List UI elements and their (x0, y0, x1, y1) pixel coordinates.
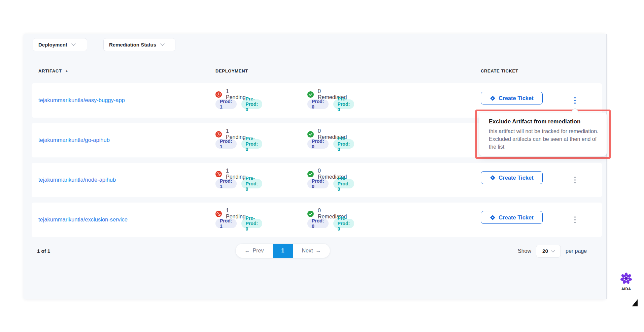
create-ticket-header-label: CREATE TICKET (481, 68, 518, 73)
chevron-down-icon (71, 41, 76, 46)
remediated-check-icon (307, 131, 314, 138)
chevron-down-icon (160, 41, 165, 46)
create-ticket-label: Create Ticket (499, 95, 533, 101)
exclude-artifact-tooltip: Exclude Artifact from remediation this a… (479, 113, 607, 156)
page-size-dropdown[interactable]: 20 (536, 245, 561, 258)
remediated-check-icon (307, 91, 314, 98)
next-label: Next (302, 248, 313, 254)
window-scrollbar[interactable] (633, 0, 633, 332)
kebab-icon (574, 102, 576, 104)
arrow-right-icon: → (315, 248, 321, 254)
create-ticket-label: Create Ticket (499, 214, 533, 221)
kebab-icon (574, 97, 576, 99)
kebab-icon (574, 177, 576, 178)
pending-timer-icon (215, 211, 222, 217)
table-header-row: ARTIFACT ▲ DEPLOYMENT CREATE TICKET (24, 68, 606, 76)
pagination-control: ← Prev 1 Next → (236, 244, 330, 258)
row-menu-button[interactable] (570, 173, 580, 187)
pending-timer-icon (215, 171, 222, 177)
deployment-filter-label: Deployment (38, 42, 67, 48)
prod-count-badge: Prod: 0 (307, 139, 329, 149)
prod-count-badge: Prod: 0 (307, 219, 329, 228)
column-header-artifact[interactable]: ARTIFACT ▲ (38, 68, 68, 73)
artifact-link[interactable]: tejakummarikuntla/go-apihub (38, 137, 110, 143)
chevron-down-icon (551, 248, 555, 252)
prod-count-badge: Prod: 0 (307, 179, 329, 188)
create-ticket-button[interactable]: Create Ticket (481, 171, 543, 184)
kebab-icon (574, 100, 576, 101)
artifacts-panel: Deployment Remediation Status ARTIFACT ▲… (24, 34, 606, 299)
preprod-count-badge: Pre-Prod: 0 (333, 219, 354, 228)
page: Deployment Remediation Status ARTIFACT ▲… (0, 0, 644, 332)
artifact-link[interactable]: tejakummarikuntla/node-apihub (38, 177, 116, 183)
remediation-filter-label: Remediation Status (109, 42, 156, 48)
preprod-count-badge: Pre-Prod: 0 (241, 219, 263, 228)
row-menu-button[interactable] (570, 213, 580, 227)
row-menu-button[interactable] (570, 93, 580, 108)
prod-count-badge: Prod: 1 (215, 139, 237, 149)
ticket-diamond-icon (490, 215, 496, 220)
ticket-diamond-icon (490, 175, 496, 181)
preprod-count-badge: Pre-Prod: 0 (333, 99, 354, 109)
table-row: tejakummarikuntla/node-apihub 1 Pending … (32, 163, 602, 197)
aida-label: AIDA (619, 287, 633, 291)
prod-count-badge: Prod: 0 (307, 99, 329, 109)
per-page-label: per page (566, 248, 587, 254)
prod-count-badge: Prod: 1 (215, 219, 237, 228)
column-header-deployment: DEPLOYMENT (215, 68, 248, 73)
preprod-count-badge: Pre-Prod: 0 (333, 139, 354, 149)
kebab-icon (574, 179, 576, 181)
tooltip-body: this artifact will not be tracked for re… (489, 128, 601, 151)
deployment-header-label: DEPLOYMENT (215, 68, 248, 73)
prev-page-button[interactable]: ← Prev (236, 244, 273, 258)
remediation-status-filter-dropdown[interactable]: Remediation Status (103, 38, 175, 51)
preprod-count-badge: Pre-Prod: 0 (241, 139, 263, 149)
remediated-check-icon (307, 211, 314, 217)
tooltip-title: Exclude Artifact from remediation (489, 118, 599, 125)
page-size-control: Show 20 per page (518, 245, 587, 258)
next-page-button[interactable]: Next → (293, 244, 330, 258)
create-ticket-label: Create Ticket (499, 175, 533, 181)
column-header-create-ticket: CREATE TICKET (481, 68, 518, 73)
aida-assistant-button[interactable]: AIDA (619, 272, 633, 291)
panel-scrollbar[interactable] (606, 34, 607, 299)
create-ticket-button[interactable]: Create Ticket (481, 92, 543, 104)
create-ticket-button[interactable]: Create Ticket (481, 211, 543, 224)
pending-timer-icon (215, 131, 222, 138)
kebab-icon (574, 222, 576, 223)
preprod-count-badge: Pre-Prod: 0 (333, 179, 354, 188)
preprod-count-badge: Pre-Prod: 0 (241, 179, 263, 188)
current-page-button[interactable]: 1 (273, 244, 293, 258)
kebab-icon (574, 216, 576, 218)
show-label: Show (518, 248, 531, 254)
page-summary: 1 of 1 (37, 248, 50, 254)
prod-count-badge: Prod: 1 (215, 99, 237, 109)
aida-flower-icon (620, 272, 632, 284)
prev-label: Prev (253, 248, 264, 254)
page-size-value: 20 (542, 248, 548, 254)
table-row: tejakummarikuntla/exclusion-service 1 Pe… (32, 203, 602, 237)
arrow-left-icon: ← (245, 248, 250, 254)
artifact-header-label: ARTIFACT (38, 68, 62, 73)
artifact-link[interactable]: tejakummarikuntla/easy-buggy-app (38, 97, 125, 103)
deployment-filter-dropdown[interactable]: Deployment (33, 38, 87, 51)
kebab-icon (574, 182, 576, 184)
ticket-diamond-icon (490, 95, 496, 101)
prod-count-badge: Prod: 1 (215, 179, 237, 188)
preprod-count-badge: Pre-Prod: 0 (241, 99, 263, 109)
pending-timer-icon (215, 91, 222, 98)
sort-ascending-icon[interactable]: ▲ (65, 69, 68, 72)
kebab-icon (574, 219, 576, 221)
remediated-check-icon (307, 171, 314, 177)
artifact-link[interactable]: tejakummarikuntla/exclusion-service (38, 216, 128, 223)
